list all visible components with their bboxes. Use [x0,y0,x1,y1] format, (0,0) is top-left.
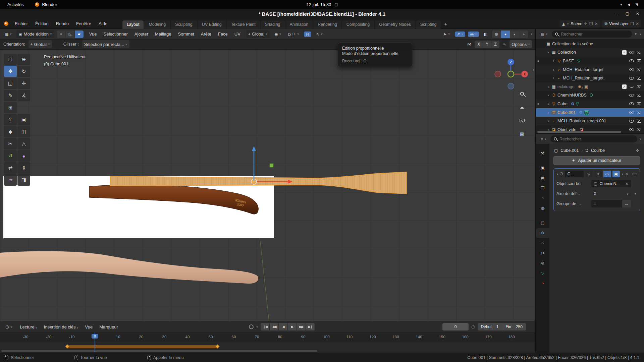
properties-tab-modifiers[interactable]: ⚙ [536,228,549,238]
close-button[interactable]: ✕ [636,11,639,16]
maximize-button[interactable]: ▢ [626,11,629,16]
hide-viewport-toggle[interactable] [628,128,635,131]
keyframe-range-bar[interactable] [67,345,218,348]
properties-tab-material[interactable]: ◑ [536,278,549,288]
outliner-row-cube[interactable]: ●›▽Cube⚙▽ [536,100,644,108]
timeline-menu-vue[interactable]: Vue [82,323,96,330]
timeline-menu-lecture[interactable]: Lecture ∨ [17,323,40,330]
pin-icon[interactable]: ✛ [584,22,588,26]
outliner-row-mch-rotation-target-001[interactable]: ›⌐MCH_Rotation_target.001 [536,117,644,125]
shading-solid-button[interactable]: ● [501,31,510,38]
tab-layout[interactable]: Layout [122,20,144,29]
timeline-ruler[interactable]: -30-20-100102030405060708090100110120130… [0,333,535,342]
outliner-row-mch-rotation-target[interactable]: ›⌐MCH_Rotation_target. [536,74,644,82]
orientation-dropdown[interactable]: ⌖ Global ∨ [29,40,52,48]
properties-tab-view-layer[interactable]: ❐ [536,183,549,193]
app-indicator[interactable]: Blender [35,2,57,7]
blender-menu-logo-icon[interactable] [4,21,8,26]
properties-search-input[interactable]: Rechercher [550,135,637,142]
modifier-realtime-toggle[interactable]: ▭ [603,171,611,177]
expander-icon[interactable]: › [551,59,556,63]
disable-render-toggle[interactable] [635,128,643,131]
outliner-row-mch-rotation-target[interactable]: ›⌐MCH_Rotation_target [536,65,644,74]
cursor-tool[interactable]: ⊕ [17,54,30,65]
gizmos-toggle[interactable]: ↗∨ [455,32,466,37]
timeline-menu-marqueur[interactable]: Marqueur [96,323,121,330]
expander-icon[interactable]: › [546,102,551,106]
sidebar-collapse-arrow[interactable]: ‹ [533,67,534,72]
tab-animation[interactable]: Animation [285,20,313,29]
clock[interactable]: 12 juil. 15:30 [307,2,331,7]
outliner-row-collection[interactable]: ›▦Collection✓ [536,48,644,57]
vertex-group-field[interactable]: ∷ ↔ [591,200,631,207]
edge-mode-button[interactable]: ◺ [66,31,74,38]
tab-compositing[interactable]: Compositing [342,20,374,29]
transform-orientation-dropdown[interactable]: ⌖ Global ∨ [246,30,270,38]
clear-curve-object-icon[interactable]: ✕ [625,181,629,186]
disable-render-toggle[interactable] [635,59,643,62]
gizmo-minus-z-ball[interactable] [508,83,514,89]
expander-icon[interactable]: › [551,76,556,80]
vp-menu-vue[interactable]: Vue [86,31,100,38]
expander-icon[interactable]: › [546,119,551,123]
prev-keyframe-button[interactable]: ◀◀ [270,323,278,330]
jump-end-button[interactable]: ▶❘ [306,323,315,330]
filter-funnel-icon[interactable]: ▼ [634,33,637,36]
zoom-icon[interactable] [518,89,526,98]
timeline-menu-insertion-de-cl-s[interactable]: Insertion de clés ∨ [41,323,82,330]
add-workspace-button[interactable]: + [441,20,449,29]
menu-aide[interactable]: Aide [96,20,110,27]
vp-menu-sommet[interactable]: Sommet [175,31,197,38]
disable-render-toggle[interactable] [635,94,643,97]
timeline-track[interactable] [0,342,535,353]
add-cube-tool[interactable]: ⊞ [4,102,17,113]
tab-uv-editing[interactable]: UV Editing [198,20,226,29]
end-frame-field[interactable]: Fin250 [502,323,526,330]
play-button[interactable]: ▶ [288,323,297,330]
bevel-tool[interactable]: ◆ [4,126,17,137]
scale-tool[interactable]: ◱ [4,78,17,89]
expander-icon[interactable]: › [546,110,551,115]
expander-icon[interactable]: › [546,50,551,55]
outliner-row-collection-de-la-sc-ne[interactable]: ▦Collection de la scène [536,40,644,48]
smooth-tool[interactable]: ● [17,150,30,162]
viewlayer-selector[interactable]: ⧉ ViewLayer ❐ ✕ [602,20,641,27]
properties-tab-object[interactable]: ▢ [536,218,549,228]
measure-tool[interactable]: ∡ [17,90,30,101]
start-frame-field[interactable]: Début1 [478,323,502,330]
proportional-edit-toggle[interactable]: ◎ [304,32,311,37]
timeline-editor-type-button[interactable]: ◷∨ [3,324,14,329]
copy-viewlayer-icon[interactable]: ❐ [630,22,634,26]
hide-viewport-toggle[interactable] [628,86,635,88]
outliner-scrollbar[interactable] [537,131,621,133]
hide-viewport-toggle[interactable] [628,120,635,123]
hide-viewport-toggle[interactable] [628,111,635,114]
rotate-tool[interactable]: ↻ [17,66,30,77]
snap-toggle[interactable]: Ω ⊦⊦ ∨ [286,32,301,37]
minimize-button[interactable]: ― [615,11,619,16]
jump-start-button[interactable]: ❘◀ [261,323,269,330]
activities-button[interactable]: Activités [7,2,23,7]
menu-rendu[interactable]: Rendu [53,20,72,27]
play-reverse-button[interactable]: ◀ [279,323,287,330]
shading-rendered-button[interactable]: ◑ [519,31,528,38]
hide-viewport-toggle[interactable] [628,68,635,71]
vp-menu-ar-te[interactable]: Arête [198,31,214,38]
power-icon[interactable]: ◥ [635,3,638,6]
3d-viewport[interactable]: Nimbus 2000 [0,50,535,321]
disable-render-toggle[interactable] [635,77,643,80]
inset-faces-tool[interactable]: ▣ [17,114,30,125]
properties-tab-world[interactable]: ◍ [536,203,549,213]
properties-tab-physics[interactable]: ↺ [536,248,549,258]
modifier-delete-icon[interactable]: ✕ [625,172,628,176]
properties-tab-object-data[interactable]: ▽ [536,268,549,278]
add-modifier-button[interactable]: + Ajouter un modificateur [553,156,640,165]
spin-tool[interactable]: ↺ [4,150,17,162]
disable-render-toggle[interactable] [635,111,643,114]
remove-viewlayer-icon[interactable]: ✕ [636,22,639,26]
properties-tab-constraints[interactable]: ⊛ [536,258,549,268]
proportional-falloff-dropdown[interactable]: ∿∨ [314,32,325,37]
shading-material-button[interactable]: ◐ [510,31,519,38]
shading-dropdown[interactable]: ∨ [531,33,533,36]
mode-dropdown[interactable]: ▣ Mode édition ∨ [16,30,54,38]
